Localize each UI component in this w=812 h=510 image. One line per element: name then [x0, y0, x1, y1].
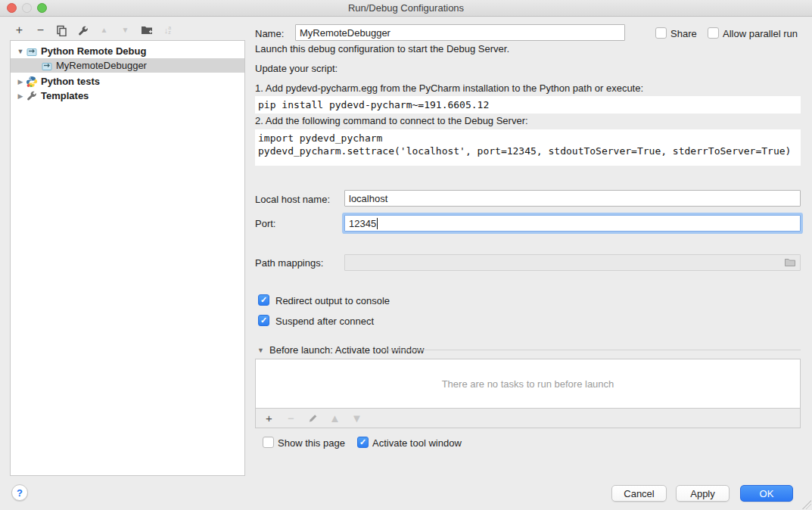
path-mappings-input[interactable]	[344, 254, 801, 271]
tree-item-label: MyRemoteDebugger	[56, 60, 147, 71]
ok-button[interactable]: OK	[740, 485, 793, 502]
edit-templates-button[interactable]	[76, 24, 89, 37]
tree-item-label: Templates	[41, 90, 89, 101]
local-host-name-label: Local host name:	[255, 194, 330, 205]
move-task-up-button[interactable]: ▲	[328, 412, 341, 424]
remove-task-button[interactable]: −	[285, 412, 297, 424]
step-2-text: 2. Add the following command to connect …	[255, 115, 528, 126]
resize-grip[interactable]	[802, 500, 811, 509]
remove-configuration-button[interactable]: −	[34, 24, 47, 37]
cancel-button[interactable]: Cancel	[611, 485, 667, 502]
step-1-text: 1. Add pydevd-pycharm.egg from the PyCha…	[255, 82, 643, 94]
move-down-button[interactable]: ▼	[119, 24, 132, 37]
ok-button-label: OK	[760, 488, 774, 499]
templates-wrench-icon	[26, 90, 38, 102]
allow-parallel-run-checkbox[interactable]	[708, 27, 719, 39]
path-mappings-label: Path mappings:	[255, 257, 323, 269]
chevron-right-icon[interactable]: ▶	[17, 78, 24, 86]
tree-item-label: Python Remote Debug	[41, 45, 146, 57]
redirect-output-checkbox[interactable]: ✓	[258, 294, 269, 306]
help-button[interactable]: ?	[11, 484, 28, 501]
show-this-page-checkbox[interactable]	[263, 437, 274, 448]
create-folder-button[interactable]	[140, 24, 153, 37]
check-icon: ✓	[260, 316, 267, 325]
local-host-name-input[interactable]: localhost	[344, 190, 801, 207]
edit-task-button[interactable]	[306, 412, 319, 424]
move-up-icon: ▲	[101, 26, 108, 34]
apply-button[interactable]: Apply	[676, 485, 730, 502]
chevron-right-icon[interactable]: ▶	[17, 92, 24, 100]
browse-folder-icon[interactable]	[784, 257, 796, 268]
chevron-down-icon[interactable]: ▼	[17, 48, 24, 55]
activate-tool-window-label: Activate tool window	[372, 437, 462, 449]
text-cursor	[377, 218, 378, 229]
check-icon: ✓	[359, 438, 366, 446]
sort-az-icon: ↓ az	[164, 26, 171, 35]
remove-icon: −	[288, 412, 294, 424]
port-input[interactable]: 12345	[344, 215, 801, 232]
remote-debug-icon	[41, 60, 53, 72]
local-host-name-value: localhost	[349, 193, 387, 204]
configurations-toolbar: + − ▲ ▼ ↓ az	[13, 22, 174, 39]
configurations-tree: ▼ Python Remote Debug MyRemoteDebugger ▶	[10, 40, 245, 476]
add-icon: +	[266, 412, 272, 424]
apply-button-label: Apply	[690, 488, 715, 499]
copy-icon	[56, 25, 67, 36]
allow-parallel-run-label: Allow parallel run	[723, 28, 798, 39]
help-icon: ?	[17, 487, 23, 499]
before-launch-collapse-icon[interactable]: ▼	[257, 347, 264, 354]
empty-tasks-text: There are no tasks to run before launch	[442, 378, 614, 390]
section-divider	[382, 350, 801, 350]
code-line: pip install pydevd-pycharm~=191.6605.12	[258, 98, 798, 111]
remove-icon: −	[37, 24, 44, 36]
pencil-icon	[308, 413, 318, 423]
add-task-button[interactable]: +	[263, 412, 275, 424]
before-launch-toolbar: + − ▲ ▼	[255, 409, 801, 428]
settrace-code: import pydevd_pycharm pydevd_pycharm.set…	[255, 129, 801, 166]
move-task-down-button[interactable]: ▼	[350, 412, 363, 424]
move-up-button[interactable]: ▲	[98, 24, 110, 37]
code-line: import pydevd_pycharm	[258, 132, 798, 145]
cancel-button-label: Cancel	[624, 488, 654, 499]
add-configuration-button[interactable]: +	[13, 24, 26, 37]
share-checkbox[interactable]	[655, 27, 667, 39]
name-label: Name:	[255, 28, 284, 39]
description-line-1: Launch this debug configuration to start…	[255, 43, 509, 54]
new-folder-icon	[141, 25, 153, 36]
check-icon: ✓	[260, 296, 267, 304]
window-title: Run/Debug Configurations	[0, 2, 812, 14]
redirect-output-label: Redirect output to console	[275, 295, 390, 306]
add-icon: +	[16, 24, 23, 36]
run-debug-configurations-dialog: Run/Debug Configurations + − ▲ ▼	[0, 0, 812, 510]
tree-item-templates[interactable]: ▶ Templates	[11, 89, 244, 103]
move-up-icon: ▲	[329, 412, 341, 424]
port-value: 12345	[349, 218, 376, 229]
code-line: pydevd_pycharm.settrace('localhost', por…	[258, 145, 798, 157]
tree-item-python-tests[interactable]: ▶ Python tests	[11, 74, 244, 89]
title-bar: Run/Debug Configurations	[0, 0, 812, 17]
name-input[interactable]: MyRemoteDebugger	[295, 24, 625, 41]
move-down-icon: ▼	[122, 26, 129, 34]
move-down-icon: ▼	[351, 412, 362, 424]
copy-configuration-button[interactable]	[55, 24, 68, 37]
tree-item-python-remote-debug[interactable]: ▼ Python Remote Debug	[11, 44, 244, 58]
activate-tool-window-checkbox[interactable]: ✓	[357, 437, 369, 448]
suspend-after-connect-label: Suspend after connect	[275, 316, 374, 327]
remote-debug-icon	[26, 45, 38, 58]
show-this-page-label: Show this page	[278, 437, 345, 449]
share-label: Share	[670, 28, 697, 39]
python-tests-icon	[26, 76, 38, 88]
tree-item-label: Python tests	[41, 76, 100, 87]
pip-install-code: pip install pydevd-pycharm~=191.6605.12	[255, 96, 801, 114]
sort-configurations-button[interactable]: ↓ az	[161, 24, 174, 37]
suspend-after-connect-checkbox[interactable]: ✓	[258, 315, 269, 326]
port-label: Port:	[255, 218, 275, 229]
description-line-2: Update your script:	[255, 63, 338, 74]
name-value: MyRemoteDebugger	[300, 27, 390, 39]
tree-item-myremotedebugger[interactable]: MyRemoteDebugger	[11, 58, 244, 73]
wrench-icon	[77, 25, 89, 36]
before-launch-task-list[interactable]: There are no tasks to run before launch	[255, 359, 801, 409]
